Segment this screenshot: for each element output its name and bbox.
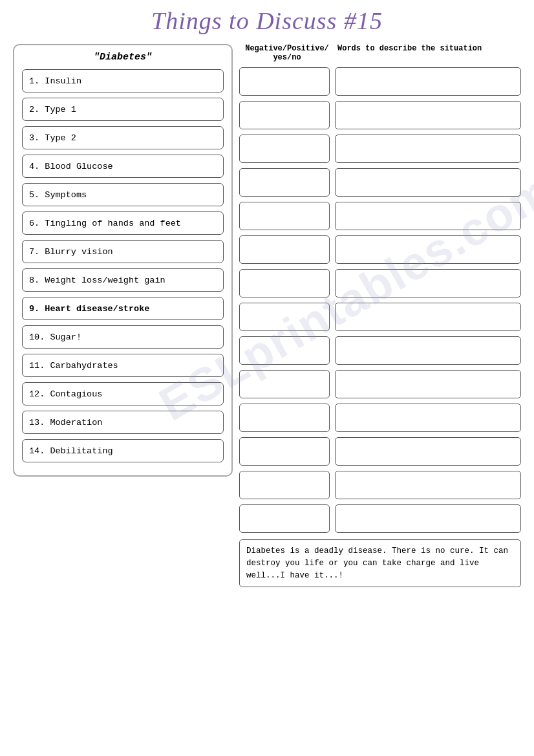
right-row-11 — [239, 404, 521, 432]
vocab-item-7: 7. Blurry vision — [22, 240, 224, 263]
right-row-1 — [239, 67, 521, 96]
right-row-8 — [239, 303, 521, 331]
vocab-item-1: 1. Insulin — [22, 69, 224, 92]
right-row-7 — [239, 269, 521, 297]
right-column: Negative/Positive/ yes/no Words to descr… — [233, 44, 521, 587]
vocab-item-13: 13. Moderation — [22, 411, 224, 434]
cell-neg-4[interactable] — [239, 168, 330, 197]
vocab-item-11: 11. Carbahydrates — [22, 354, 224, 377]
vocab-item-14: 14. Debilitating — [22, 439, 224, 462]
cell-neg-3[interactable] — [239, 135, 330, 163]
cell-neg-10[interactable] — [239, 370, 330, 398]
right-row-14 — [239, 504, 521, 533]
right-row-2 — [239, 101, 521, 129]
cell-words-9[interactable] — [335, 336, 521, 365]
cell-neg-6[interactable] — [239, 235, 330, 264]
cell-words-6[interactable] — [335, 235, 521, 264]
cell-neg-11[interactable] — [239, 404, 330, 432]
cell-neg-7[interactable] — [239, 269, 330, 297]
vocab-item-4: 4. Blood Glucose — [22, 155, 224, 178]
right-row-9 — [239, 336, 521, 365]
main-layout: "Diabetes" 1. Insulin2. Type 13. Type 24… — [13, 44, 521, 587]
vocab-item-3: 3. Type 2 — [22, 126, 224, 149]
cell-neg-1[interactable] — [239, 67, 330, 96]
cell-words-7[interactable] — [335, 269, 521, 297]
left-header: "Diabetes" — [22, 52, 224, 63]
vocab-item-5: 5. Symptoms — [22, 183, 224, 206]
cell-words-3[interactable] — [335, 135, 521, 163]
cell-neg-12[interactable] — [239, 437, 330, 466]
cell-words-8[interactable] — [335, 303, 521, 331]
cell-words-12[interactable] — [335, 437, 521, 466]
cell-words-11[interactable] — [335, 404, 521, 432]
right-row-3 — [239, 135, 521, 163]
right-header: Negative/Positive/ yes/no Words to descr… — [239, 44, 521, 62]
left-column: "Diabetes" 1. Insulin2. Type 13. Type 24… — [13, 44, 233, 477]
cell-words-1[interactable] — [335, 67, 521, 96]
cell-neg-8[interactable] — [239, 303, 330, 331]
right-row-10 — [239, 370, 521, 398]
cell-words-14[interactable] — [335, 504, 521, 533]
cell-neg-2[interactable] — [239, 101, 330, 129]
vocab-item-9: 9. Heart disease/stroke — [22, 297, 224, 320]
cell-words-5[interactable] — [335, 202, 521, 230]
right-row-13 — [239, 471, 521, 499]
cell-neg-5[interactable] — [239, 202, 330, 230]
vocab-item-6: 6. Tingling of hands and feet — [22, 211, 224, 235]
right-row-4 — [239, 168, 521, 197]
cell-words-10[interactable] — [335, 370, 521, 398]
header-words: Words to describe the situation — [337, 44, 521, 62]
cell-neg-13[interactable] — [239, 471, 330, 499]
vocab-item-8: 8. Weight loss/weight gain — [22, 268, 224, 292]
vocab-item-10: 10. Sugar! — [22, 325, 224, 349]
header-neg-pos: Negative/Positive/ yes/no — [242, 44, 332, 62]
right-row-6 — [239, 235, 521, 264]
cell-words-13[interactable] — [335, 471, 521, 499]
cell-neg-14[interactable] — [239, 504, 330, 533]
cell-words-4[interactable] — [335, 168, 521, 197]
vocab-item-2: 2. Type 1 — [22, 98, 224, 121]
bottom-note: Diabetes is a deadly disease. There is n… — [239, 539, 521, 587]
cell-neg-9[interactable] — [239, 336, 330, 365]
vocab-list: 1. Insulin2. Type 13. Type 24. Blood Glu… — [22, 69, 224, 462]
cell-words-2[interactable] — [335, 101, 521, 129]
right-row-12 — [239, 437, 521, 466]
right-row-5 — [239, 202, 521, 230]
page-title: Things to Discuss #15 — [13, 6, 521, 35]
right-rows — [239, 67, 521, 533]
vocab-item-12: 12. Contagious — [22, 382, 224, 405]
